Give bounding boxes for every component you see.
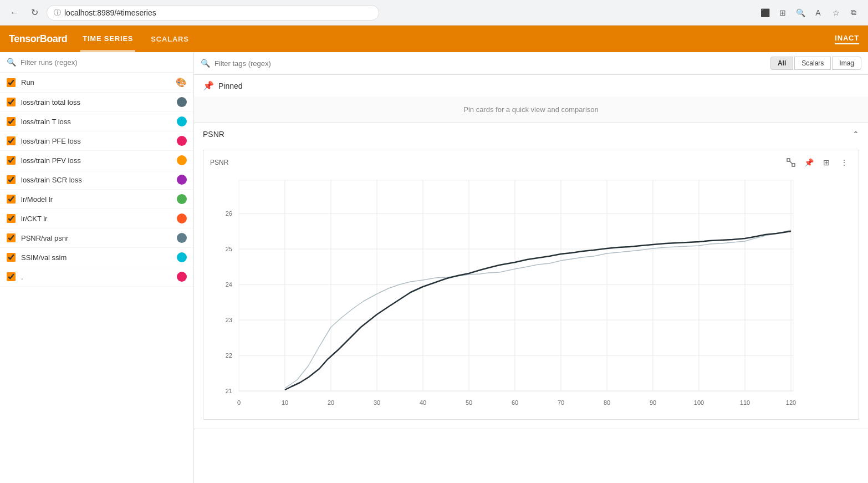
color-dot-3	[177, 155, 187, 165]
chart-card: PSNR 📌 ⊞ ⋮	[203, 150, 859, 420]
psnr-collapse-button[interactable]: ⌃	[852, 130, 859, 139]
svg-text:21: 21	[226, 388, 232, 394]
sidebar-item-6: lr/CKT lr	[0, 209, 193, 228]
svg-text:25: 25	[226, 246, 232, 252]
sidebar-label-1: loss/train T loss	[21, 118, 171, 126]
nav-timeseries[interactable]: TIME SERIES	[80, 27, 135, 52]
sidebar-item-4: loss/train SCR loss	[0, 170, 193, 190]
svg-text:70: 70	[558, 399, 564, 406]
browser-icons: ⬛ ⊞ 🔍 A ☆ ⧉	[757, 5, 861, 21]
zoom-icon[interactable]: 🔍	[793, 5, 808, 21]
star-icon[interactable]: ☆	[828, 5, 844, 21]
font-icon[interactable]: A	[810, 5, 826, 21]
app-logo: TensorBoard	[9, 33, 67, 45]
svg-text:20: 20	[328, 399, 334, 406]
sidebar-checkbox-run[interactable]	[7, 78, 16, 87]
content-area: 🔍 All Scalars Imag 📌 Pinned Pin cards fo…	[194, 52, 868, 483]
sidebar-label-6: lr/CKT lr	[21, 215, 171, 223]
sidebar-item-7: PSNR/val psnr	[0, 228, 193, 248]
cast-icon[interactable]: ⬛	[757, 5, 773, 21]
address-bar[interactable]: ⓘ localhost:8989/#timeseries	[47, 5, 379, 21]
back-button[interactable]: ←	[7, 5, 22, 21]
pin-icon: 📌	[203, 80, 214, 91]
svg-text:24: 24	[226, 281, 232, 288]
pin-chart-icon[interactable]: 📌	[801, 155, 816, 170]
svg-rect-0	[787, 159, 790, 161]
expand-icon[interactable]	[783, 155, 799, 170]
filter-scalars-button[interactable]: Scalars	[794, 57, 831, 70]
nav-scalars[interactable]: SCALARS	[149, 27, 191, 51]
svg-text:100: 100	[694, 399, 704, 406]
color-dot-4	[177, 175, 187, 185]
sidebar-label-0: loss/train total loss	[21, 98, 171, 106]
chart-card-title: PSNR	[210, 159, 783, 166]
split-icon[interactable]: ⧉	[846, 5, 861, 21]
chart-toolbar: 📌 ⊞ ⋮	[783, 155, 852, 170]
svg-text:110: 110	[740, 399, 750, 406]
palette-icon[interactable]: 🎨	[176, 77, 187, 88]
sidebar-search-bar: 🔍	[0, 52, 193, 73]
color-dot-2	[177, 136, 187, 146]
sidebar-label-8: SSIM/val ssim	[21, 253, 171, 262]
svg-text:120: 120	[786, 399, 796, 406]
psnr-section-title: PSNR	[203, 130, 852, 139]
sidebar-item-3: loss/train PFV loss	[0, 151, 193, 170]
main-layout: 🔍 Run 🎨 loss/train total loss loss/train…	[0, 52, 868, 483]
svg-text:30: 30	[374, 399, 380, 406]
header-right-label: INACT	[835, 34, 859, 44]
chart-card-header: PSNR 📌 ⊞ ⋮	[203, 150, 859, 175]
chart-container: PSNR 📌 ⊞ ⋮	[194, 145, 868, 429]
filter-images-button[interactable]: Imag	[832, 57, 861, 70]
browser-chrome: ← ↻ ⓘ localhost:8989/#timeseries ⬛ ⊞ 🔍 A…	[0, 0, 868, 26]
color-dot-5	[177, 194, 187, 204]
svg-text:23: 23	[226, 317, 232, 323]
sidebar-checkbox-9[interactable]	[7, 272, 16, 281]
color-dot-6	[177, 213, 187, 223]
chart-svg-wrapper: 21 22 23 24 25 26 0 10 20 30 40	[203, 175, 859, 419]
sidebar-search-icon: 🔍	[7, 58, 16, 67]
color-dot-7	[177, 233, 187, 243]
filter-all-button[interactable]: All	[770, 57, 793, 70]
psnr-chart: 21 22 23 24 25 26 0 10 20 30 40	[206, 175, 804, 413]
svg-text:22: 22	[226, 352, 232, 359]
sidebar-checkbox-6[interactable]	[7, 214, 16, 223]
tag-filter-input[interactable]	[215, 59, 766, 68]
info-icon: ⓘ	[54, 8, 61, 18]
pinned-header: 📌 Pinned	[194, 75, 868, 96]
svg-text:80: 80	[604, 399, 610, 406]
sidebar-search-input[interactable]	[21, 58, 187, 67]
sidebar-item-run: Run 🎨	[0, 73, 193, 93]
sidebar-item-5: lr/Model lr	[0, 190, 193, 209]
sidebar-label-7: PSNR/val psnr	[21, 234, 171, 242]
apps-icon[interactable]: ⊞	[775, 5, 790, 21]
sidebar-checkbox-1[interactable]	[7, 117, 16, 126]
sidebar-label-run: Run	[21, 78, 170, 87]
sidebar-checkbox-4[interactable]	[7, 175, 16, 184]
sidebar-label-5: lr/Model lr	[21, 195, 171, 204]
more-options-icon[interactable]: ⋮	[836, 155, 852, 170]
color-dot-0	[177, 97, 187, 107]
pinned-empty-message: Pin cards for a quick view and compariso…	[194, 96, 868, 123]
svg-line-2	[790, 161, 792, 164]
reload-button[interactable]: ↻	[27, 5, 42, 21]
sidebar-checkbox-7[interactable]	[7, 233, 16, 242]
sidebar-item-2: loss/train PFE loss	[0, 131, 193, 151]
expand-chart-icon[interactable]: ⊞	[819, 155, 834, 170]
sidebar-checkbox-8[interactable]	[7, 253, 16, 262]
sidebar-checkbox-2[interactable]	[7, 136, 16, 145]
psnr-section: PSNR ⌃ PSNR	[194, 123, 868, 429]
sidebar-label-2: loss/train PFE loss	[21, 137, 171, 145]
svg-text:26: 26	[226, 210, 232, 217]
svg-text:40: 40	[420, 399, 426, 406]
sidebar-item-9: .	[0, 267, 193, 287]
tag-filter-bar: 🔍 All Scalars Imag	[194, 52, 868, 75]
tag-search-icon: 🔍	[201, 59, 210, 68]
sidebar-checkbox-5[interactable]	[7, 195, 16, 204]
sidebar-item-1: loss/train T loss	[0, 112, 193, 131]
sidebar-item-8: SSIM/val ssim	[0, 248, 193, 267]
sidebar-checkbox-0[interactable]	[7, 98, 16, 106]
svg-text:90: 90	[650, 399, 656, 406]
filter-buttons: All Scalars Imag	[770, 57, 861, 70]
url-text: localhost:8989/#timeseries	[64, 8, 156, 17]
sidebar-checkbox-3[interactable]	[7, 156, 16, 165]
